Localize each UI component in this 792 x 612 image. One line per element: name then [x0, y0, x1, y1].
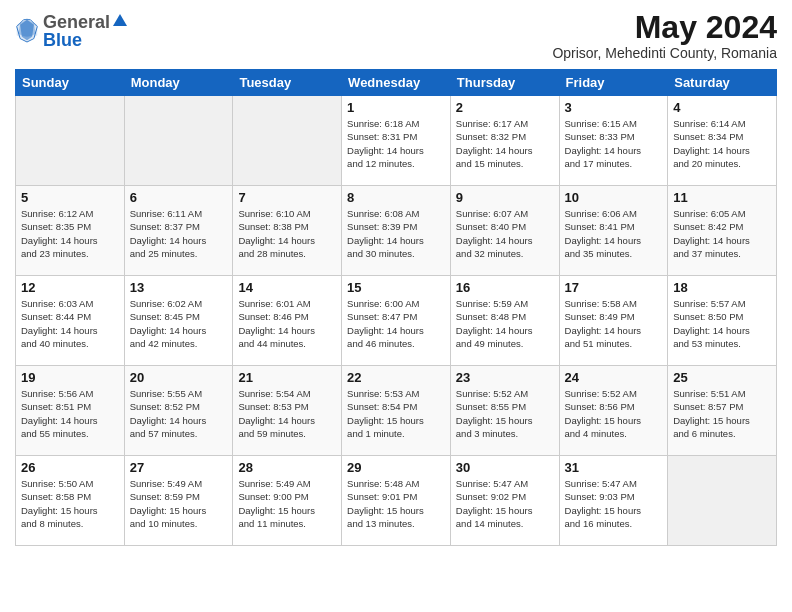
day-number: 19: [21, 370, 119, 385]
logo: General Blue: [15, 10, 130, 51]
day-number: 25: [673, 370, 771, 385]
calendar-cell: 2Sunrise: 6:17 AM Sunset: 8:32 PM Daylig…: [450, 96, 559, 186]
calendar-cell: 11Sunrise: 6:05 AM Sunset: 8:42 PM Dayli…: [668, 186, 777, 276]
calendar-cell: 1Sunrise: 6:18 AM Sunset: 8:31 PM Daylig…: [342, 96, 451, 186]
calendar-cell: 12Sunrise: 6:03 AM Sunset: 8:44 PM Dayli…: [16, 276, 125, 366]
day-number: 11: [673, 190, 771, 205]
day-info: Sunrise: 5:49 AM Sunset: 9:00 PM Dayligh…: [238, 477, 336, 530]
day-number: 8: [347, 190, 445, 205]
day-info: Sunrise: 6:17 AM Sunset: 8:32 PM Dayligh…: [456, 117, 554, 170]
calendar-cell: 10Sunrise: 6:06 AM Sunset: 8:41 PM Dayli…: [559, 186, 668, 276]
calendar-cell: 30Sunrise: 5:47 AM Sunset: 9:02 PM Dayli…: [450, 456, 559, 546]
day-number: 10: [565, 190, 663, 205]
calendar-cell: 24Sunrise: 5:52 AM Sunset: 8:56 PM Dayli…: [559, 366, 668, 456]
day-number: 2: [456, 100, 554, 115]
calendar-cell: 5Sunrise: 6:12 AM Sunset: 8:35 PM Daylig…: [16, 186, 125, 276]
day-info: Sunrise: 5:49 AM Sunset: 8:59 PM Dayligh…: [130, 477, 228, 530]
day-info: Sunrise: 6:15 AM Sunset: 8:33 PM Dayligh…: [565, 117, 663, 170]
calendar-week-row: 19Sunrise: 5:56 AM Sunset: 8:51 PM Dayli…: [16, 366, 777, 456]
calendar-cell: 19Sunrise: 5:56 AM Sunset: 8:51 PM Dayli…: [16, 366, 125, 456]
calendar-cell: 18Sunrise: 5:57 AM Sunset: 8:50 PM Dayli…: [668, 276, 777, 366]
svg-marker-2: [113, 14, 127, 26]
weekday-header-friday: Friday: [559, 70, 668, 96]
day-info: Sunrise: 6:02 AM Sunset: 8:45 PM Dayligh…: [130, 297, 228, 350]
day-number: 4: [673, 100, 771, 115]
day-number: 27: [130, 460, 228, 475]
day-info: Sunrise: 5:54 AM Sunset: 8:53 PM Dayligh…: [238, 387, 336, 440]
day-info: Sunrise: 6:03 AM Sunset: 8:44 PM Dayligh…: [21, 297, 119, 350]
calendar-cell: 6Sunrise: 6:11 AM Sunset: 8:37 PM Daylig…: [124, 186, 233, 276]
day-number: 23: [456, 370, 554, 385]
calendar-cell: 29Sunrise: 5:48 AM Sunset: 9:01 PM Dayli…: [342, 456, 451, 546]
day-number: 26: [21, 460, 119, 475]
calendar-cell: 27Sunrise: 5:49 AM Sunset: 8:59 PM Dayli…: [124, 456, 233, 546]
weekday-header-sunday: Sunday: [16, 70, 125, 96]
day-info: Sunrise: 6:14 AM Sunset: 8:34 PM Dayligh…: [673, 117, 771, 170]
day-info: Sunrise: 5:47 AM Sunset: 9:03 PM Dayligh…: [565, 477, 663, 530]
day-number: 12: [21, 280, 119, 295]
logo-blue-text: Blue: [43, 31, 130, 51]
weekday-header-row: SundayMondayTuesdayWednesdayThursdayFrid…: [16, 70, 777, 96]
day-number: 9: [456, 190, 554, 205]
weekday-header-wednesday: Wednesday: [342, 70, 451, 96]
day-number: 7: [238, 190, 336, 205]
day-info: Sunrise: 5:48 AM Sunset: 9:01 PM Dayligh…: [347, 477, 445, 530]
day-number: 6: [130, 190, 228, 205]
calendar-cell: 21Sunrise: 5:54 AM Sunset: 8:53 PM Dayli…: [233, 366, 342, 456]
calendar-week-row: 5Sunrise: 6:12 AM Sunset: 8:35 PM Daylig…: [16, 186, 777, 276]
day-number: 30: [456, 460, 554, 475]
logo-icon: [15, 16, 39, 44]
location: Oprisor, Mehedinti County, Romania: [552, 45, 777, 61]
day-info: Sunrise: 6:10 AM Sunset: 8:38 PM Dayligh…: [238, 207, 336, 260]
weekday-header-saturday: Saturday: [668, 70, 777, 96]
calendar-cell: 20Sunrise: 5:55 AM Sunset: 8:52 PM Dayli…: [124, 366, 233, 456]
calendar-table: SundayMondayTuesdayWednesdayThursdayFrid…: [15, 69, 777, 546]
day-info: Sunrise: 5:52 AM Sunset: 8:55 PM Dayligh…: [456, 387, 554, 440]
weekday-header-tuesday: Tuesday: [233, 70, 342, 96]
calendar-cell: 3Sunrise: 6:15 AM Sunset: 8:33 PM Daylig…: [559, 96, 668, 186]
calendar-cell: 9Sunrise: 6:07 AM Sunset: 8:40 PM Daylig…: [450, 186, 559, 276]
day-info: Sunrise: 6:12 AM Sunset: 8:35 PM Dayligh…: [21, 207, 119, 260]
day-info: Sunrise: 6:05 AM Sunset: 8:42 PM Dayligh…: [673, 207, 771, 260]
calendar-cell: 14Sunrise: 6:01 AM Sunset: 8:46 PM Dayli…: [233, 276, 342, 366]
day-number: 5: [21, 190, 119, 205]
day-info: Sunrise: 6:11 AM Sunset: 8:37 PM Dayligh…: [130, 207, 228, 260]
day-info: Sunrise: 5:52 AM Sunset: 8:56 PM Dayligh…: [565, 387, 663, 440]
calendar-cell: 25Sunrise: 5:51 AM Sunset: 8:57 PM Dayli…: [668, 366, 777, 456]
calendar-week-row: 12Sunrise: 6:03 AM Sunset: 8:44 PM Dayli…: [16, 276, 777, 366]
calendar-cell: [16, 96, 125, 186]
calendar-cell: [233, 96, 342, 186]
day-number: 14: [238, 280, 336, 295]
day-info: Sunrise: 6:08 AM Sunset: 8:39 PM Dayligh…: [347, 207, 445, 260]
day-info: Sunrise: 5:47 AM Sunset: 9:02 PM Dayligh…: [456, 477, 554, 530]
day-info: Sunrise: 6:07 AM Sunset: 8:40 PM Dayligh…: [456, 207, 554, 260]
day-number: 22: [347, 370, 445, 385]
calendar-cell: 26Sunrise: 5:50 AM Sunset: 8:58 PM Dayli…: [16, 456, 125, 546]
day-info: Sunrise: 6:00 AM Sunset: 8:47 PM Dayligh…: [347, 297, 445, 350]
weekday-header-thursday: Thursday: [450, 70, 559, 96]
calendar-cell: 8Sunrise: 6:08 AM Sunset: 8:39 PM Daylig…: [342, 186, 451, 276]
calendar-cell: 16Sunrise: 5:59 AM Sunset: 8:48 PM Dayli…: [450, 276, 559, 366]
day-number: 20: [130, 370, 228, 385]
day-number: 15: [347, 280, 445, 295]
day-number: 24: [565, 370, 663, 385]
calendar-cell: [124, 96, 233, 186]
day-number: 13: [130, 280, 228, 295]
day-info: Sunrise: 5:55 AM Sunset: 8:52 PM Dayligh…: [130, 387, 228, 440]
day-number: 31: [565, 460, 663, 475]
day-info: Sunrise: 5:59 AM Sunset: 8:48 PM Dayligh…: [456, 297, 554, 350]
day-number: 1: [347, 100, 445, 115]
day-info: Sunrise: 5:50 AM Sunset: 8:58 PM Dayligh…: [21, 477, 119, 530]
day-info: Sunrise: 5:51 AM Sunset: 8:57 PM Dayligh…: [673, 387, 771, 440]
day-info: Sunrise: 6:01 AM Sunset: 8:46 PM Dayligh…: [238, 297, 336, 350]
day-info: Sunrise: 5:58 AM Sunset: 8:49 PM Dayligh…: [565, 297, 663, 350]
day-info: Sunrise: 5:53 AM Sunset: 8:54 PM Dayligh…: [347, 387, 445, 440]
day-number: 29: [347, 460, 445, 475]
day-number: 17: [565, 280, 663, 295]
day-number: 28: [238, 460, 336, 475]
calendar-week-row: 26Sunrise: 5:50 AM Sunset: 8:58 PM Dayli…: [16, 456, 777, 546]
day-number: 21: [238, 370, 336, 385]
day-info: Sunrise: 5:57 AM Sunset: 8:50 PM Dayligh…: [673, 297, 771, 350]
calendar-cell: 28Sunrise: 5:49 AM Sunset: 9:00 PM Dayli…: [233, 456, 342, 546]
day-info: Sunrise: 6:06 AM Sunset: 8:41 PM Dayligh…: [565, 207, 663, 260]
